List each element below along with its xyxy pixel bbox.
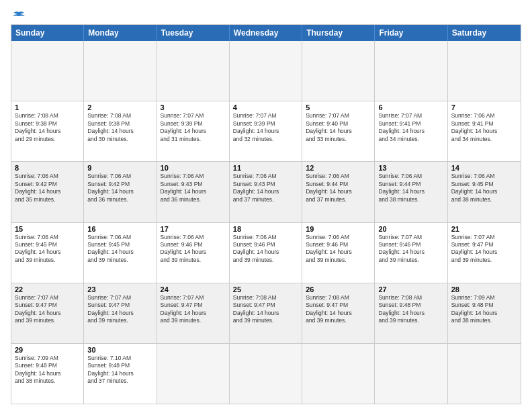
day-info: Sunrise: 7:07 AM Sunset: 9:47 PM Dayligh… <box>87 294 152 325</box>
day-info: Sunrise: 7:07 AM Sunset: 9:40 PM Dayligh… <box>306 112 371 143</box>
cal-cell-day-29: 29Sunrise: 7:09 AM Sunset: 9:48 PM Dayli… <box>11 344 84 404</box>
cal-cell-day-12: 12Sunrise: 7:06 AM Sunset: 9:44 PM Dayli… <box>302 162 375 222</box>
cal-cell-day-11: 11Sunrise: 7:06 AM Sunset: 9:43 PM Dayli… <box>230 162 302 222</box>
header-day-tuesday: Tuesday <box>157 25 230 41</box>
day-info: Sunrise: 7:07 AM Sunset: 9:41 PM Dayligh… <box>378 112 443 143</box>
cal-cell-empty <box>11 41 84 101</box>
day-number: 11 <box>233 164 298 172</box>
cal-cell-day-22: 22Sunrise: 7:07 AM Sunset: 9:47 PM Dayli… <box>11 283 84 343</box>
day-info: Sunrise: 7:07 AM Sunset: 9:46 PM Dayligh… <box>378 234 443 265</box>
header-day-friday: Friday <box>375 25 447 41</box>
day-number: 14 <box>451 164 517 172</box>
cal-cell-day-1: 1Sunrise: 7:08 AM Sunset: 9:38 PM Daylig… <box>11 101 84 161</box>
day-number: 12 <box>306 164 371 172</box>
day-number: 28 <box>451 285 517 293</box>
cal-cell-day-7: 7Sunrise: 7:06 AM Sunset: 9:41 PM Daylig… <box>448 101 521 161</box>
day-info: Sunrise: 7:06 AM Sunset: 9:42 PM Dayligh… <box>87 173 152 203</box>
header-day-wednesday: Wednesday <box>230 25 302 41</box>
cal-cell-empty <box>448 344 521 404</box>
cal-cell-day-8: 8Sunrise: 7:06 AM Sunset: 9:42 PM Daylig… <box>11 162 84 222</box>
day-info: Sunrise: 7:07 AM Sunset: 9:47 PM Dayligh… <box>161 294 226 325</box>
cal-cell-empty <box>157 344 230 404</box>
calendar-row-3: 15Sunrise: 7:06 AM Sunset: 9:45 PM Dayli… <box>11 223 521 283</box>
day-info: Sunrise: 7:08 AM Sunset: 9:47 PM Dayligh… <box>306 294 371 325</box>
cal-cell-empty <box>302 344 375 404</box>
calendar-body: 1Sunrise: 7:08 AM Sunset: 9:38 PM Daylig… <box>11 41 521 404</box>
calendar-row-4: 22Sunrise: 7:07 AM Sunset: 9:47 PM Dayli… <box>11 283 521 344</box>
day-info: Sunrise: 7:06 AM Sunset: 9:43 PM Dayligh… <box>233 173 298 203</box>
header-day-saturday: Saturday <box>448 25 521 41</box>
day-number: 27 <box>378 285 443 293</box>
day-info: Sunrise: 7:07 AM Sunset: 9:39 PM Dayligh… <box>161 112 226 143</box>
logo-bird-icon <box>12 11 26 21</box>
cal-cell-day-13: 13Sunrise: 7:06 AM Sunset: 9:44 PM Dayli… <box>375 162 447 222</box>
day-info: Sunrise: 7:06 AM Sunset: 9:43 PM Dayligh… <box>161 173 226 203</box>
calendar-row-5: 29Sunrise: 7:09 AM Sunset: 9:48 PM Dayli… <box>11 344 521 404</box>
day-info: Sunrise: 7:06 AM Sunset: 9:45 PM Dayligh… <box>15 234 80 265</box>
cal-cell-day-9: 9Sunrise: 7:06 AM Sunset: 9:42 PM Daylig… <box>84 162 157 222</box>
cal-cell-day-28: 28Sunrise: 7:09 AM Sunset: 9:48 PM Dayli… <box>448 283 521 343</box>
cal-cell-empty <box>375 41 447 101</box>
day-info: Sunrise: 7:09 AM Sunset: 9:48 PM Dayligh… <box>15 355 80 385</box>
day-number: 24 <box>161 285 226 293</box>
cal-cell-day-5: 5Sunrise: 7:07 AM Sunset: 9:40 PM Daylig… <box>302 101 375 161</box>
day-info: Sunrise: 7:06 AM Sunset: 9:45 PM Dayligh… <box>87 234 152 265</box>
day-info: Sunrise: 7:08 AM Sunset: 9:48 PM Dayligh… <box>378 294 443 325</box>
header-day-thursday: Thursday <box>302 25 375 41</box>
day-info: Sunrise: 7:06 AM Sunset: 9:44 PM Dayligh… <box>306 173 371 203</box>
day-number: 21 <box>451 225 517 233</box>
calendar-row-2: 8Sunrise: 7:06 AM Sunset: 9:42 PM Daylig… <box>11 162 521 222</box>
cal-cell-day-15: 15Sunrise: 7:06 AM Sunset: 9:45 PM Dayli… <box>11 223 84 283</box>
cal-cell-day-2: 2Sunrise: 7:08 AM Sunset: 9:38 PM Daylig… <box>84 101 157 161</box>
cal-cell-empty <box>448 41 521 101</box>
cal-cell-empty <box>84 41 157 101</box>
day-number: 22 <box>15 285 80 293</box>
page: SundayMondayTuesdayWednesdayThursdayFrid… <box>0 0 532 411</box>
day-number: 29 <box>15 346 80 354</box>
header-day-sunday: Sunday <box>11 25 84 41</box>
day-number: 18 <box>233 225 298 233</box>
day-number: 9 <box>87 164 152 172</box>
day-number: 23 <box>87 285 152 293</box>
day-info: Sunrise: 7:06 AM Sunset: 9:41 PM Dayligh… <box>451 112 517 143</box>
logo <box>11 11 26 19</box>
cal-cell-empty <box>375 344 447 404</box>
day-number: 3 <box>161 103 226 111</box>
day-number: 19 <box>306 225 371 233</box>
day-number: 2 <box>87 103 152 111</box>
day-number: 25 <box>233 285 298 293</box>
calendar-row-0 <box>11 41 521 101</box>
cal-cell-day-3: 3Sunrise: 7:07 AM Sunset: 9:39 PM Daylig… <box>157 101 230 161</box>
day-info: Sunrise: 7:07 AM Sunset: 9:47 PM Dayligh… <box>15 294 80 325</box>
calendar-header: SundayMondayTuesdayWednesdayThursdayFrid… <box>11 25 521 41</box>
day-number: 4 <box>233 103 298 111</box>
cal-cell-day-21: 21Sunrise: 7:07 AM Sunset: 9:47 PM Dayli… <box>448 223 521 283</box>
cal-cell-day-27: 27Sunrise: 7:08 AM Sunset: 9:48 PM Dayli… <box>375 283 447 343</box>
cal-cell-empty <box>230 41 302 101</box>
cal-cell-empty <box>302 41 375 101</box>
cal-cell-empty <box>157 41 230 101</box>
day-number: 16 <box>87 225 152 233</box>
day-info: Sunrise: 7:06 AM Sunset: 9:46 PM Dayligh… <box>306 234 371 265</box>
cal-cell-empty <box>230 344 302 404</box>
cal-cell-day-25: 25Sunrise: 7:08 AM Sunset: 9:47 PM Dayli… <box>230 283 302 343</box>
day-info: Sunrise: 7:08 AM Sunset: 9:38 PM Dayligh… <box>87 112 152 143</box>
cal-cell-day-17: 17Sunrise: 7:06 AM Sunset: 9:46 PM Dayli… <box>157 223 230 283</box>
day-number: 10 <box>161 164 226 172</box>
day-info: Sunrise: 7:07 AM Sunset: 9:47 PM Dayligh… <box>451 234 517 265</box>
day-number: 17 <box>161 225 226 233</box>
day-number: 30 <box>87 346 152 354</box>
cal-cell-day-16: 16Sunrise: 7:06 AM Sunset: 9:45 PM Dayli… <box>84 223 157 283</box>
day-info: Sunrise: 7:08 AM Sunset: 9:38 PM Dayligh… <box>15 112 80 143</box>
cal-cell-day-23: 23Sunrise: 7:07 AM Sunset: 9:47 PM Dayli… <box>84 283 157 343</box>
day-info: Sunrise: 7:08 AM Sunset: 9:47 PM Dayligh… <box>233 294 298 325</box>
day-info: Sunrise: 7:09 AM Sunset: 9:48 PM Dayligh… <box>451 294 517 325</box>
day-number: 15 <box>15 225 80 233</box>
day-number: 5 <box>306 103 371 111</box>
calendar: SundayMondayTuesdayWednesdayThursdayFrid… <box>11 24 521 404</box>
day-info: Sunrise: 7:06 AM Sunset: 9:46 PM Dayligh… <box>233 234 298 265</box>
day-number: 6 <box>378 103 443 111</box>
cal-cell-day-6: 6Sunrise: 7:07 AM Sunset: 9:41 PM Daylig… <box>375 101 447 161</box>
day-info: Sunrise: 7:06 AM Sunset: 9:45 PM Dayligh… <box>451 173 517 203</box>
day-number: 1 <box>15 103 80 111</box>
